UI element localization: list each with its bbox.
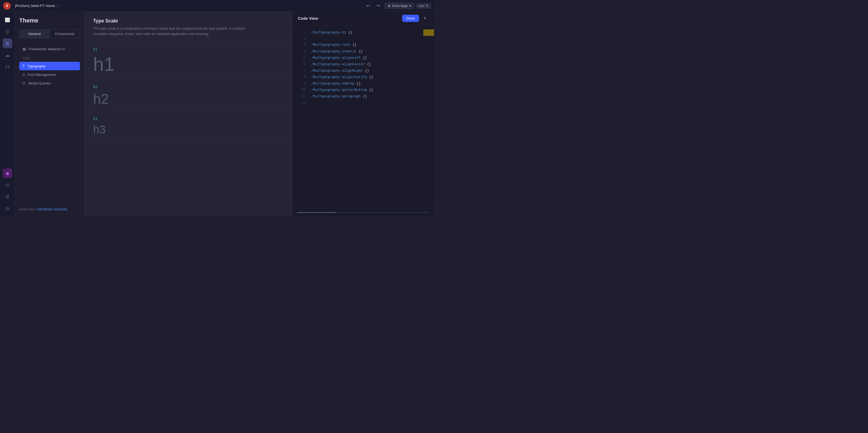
close-button[interactable]: × [421, 15, 429, 22]
device-label: Extra large [392, 4, 408, 8]
line-number: 9 [297, 81, 305, 86]
function-icon: ƒx [5, 64, 10, 69]
footer-link[interactable]: Visit 8base University [37, 207, 67, 211]
typography-label: Typography [28, 64, 46, 68]
line-number: 5 [297, 55, 305, 60]
breadcrumb: [ProServ] Jebel-FT: Home › / [15, 4, 360, 8]
content-area: Type Scale The type scale is a combinati… [85, 12, 292, 216]
code-line-3: 3.MuiTypography-root {} [292, 42, 434, 48]
footer: Need help? Visit 8base University [19, 207, 80, 211]
code-line-7: 7.MuiTypography-alignRight {} [292, 68, 434, 74]
framework-label: Framework: Material UI [29, 47, 65, 51]
code-view-panel: Code View Done × 1.MuiTypography-h1 {}23… [292, 12, 434, 216]
typography-icon: T [23, 64, 25, 68]
tab-components[interactable]: Components [50, 30, 80, 38]
code-line-9: 9.MuiTypography-noWrap {} [292, 80, 434, 87]
type-label-h3: h3 [93, 117, 284, 121]
top-bar: 8 [ProServ] Jebel-FT: Home › / ↩ ↪ 🖥 Ext… [0, 0, 434, 12]
line-content: .MuiTypography-gutterBottom {} [311, 87, 430, 93]
sidebar-icon-cloud[interactable]: ☁ [3, 50, 12, 60]
line-content: .MuiTypography-alignLeft {} [311, 55, 430, 61]
sidebar-icon-database[interactable]: ☰ [3, 192, 12, 202]
nav-item-typography[interactable]: T Typography [19, 62, 80, 70]
icon-sidebar: ⬜ {} ⊞ ☁ ƒx ◉ ⊡ ☰ ⊟ [0, 12, 15, 216]
image-icon: ⊡ [6, 182, 9, 188]
line-number: 4 [297, 48, 305, 54]
nav-section-label-color: Color [19, 55, 80, 61]
theme-tab-group: General Components [19, 29, 80, 38]
code-line-1: 1.MuiTypography-h1 {} [292, 29, 434, 36]
sidebar-icon-settings[interactable]: ⊟ [3, 204, 12, 213]
chevron-down-icon: ▾ [409, 4, 411, 8]
theme-panel: Theme General Components ▦ Framework: Ma… [15, 12, 85, 216]
nav-item-font-management[interactable]: A Font Management [19, 70, 80, 79]
code-brackets-icon: {} [6, 29, 9, 34]
code-panel-actions: Done × [402, 15, 429, 22]
line-content: .MuiTypography-alignJustify {} [311, 74, 430, 80]
redo-button[interactable]: ↪ [374, 2, 382, 10]
nav-item-media-queries[interactable]: ⊡ Media Queries [19, 79, 80, 88]
theme-title: Theme [19, 17, 80, 24]
line-content: .MuiTypography-paragraph {} [311, 94, 430, 99]
type-display-h2: h2 [93, 92, 284, 106]
main-layout: ⬜ {} ⊞ ☁ ƒx ◉ ⊡ ☰ ⊟ Theme General [0, 12, 434, 216]
monitor-icon: 🖥 [388, 4, 391, 8]
line-number: 7 [297, 68, 305, 73]
code-line-5: 5.MuiTypography-alignLeft {} [292, 55, 434, 61]
scrollbar-track[interactable] [297, 212, 430, 213]
font-management-icon: A [23, 72, 25, 77]
type-display-h1: h1 [93, 55, 284, 74]
line-content: .MuiTypography-noWrap {} [311, 81, 430, 87]
auto-arrows-icon: ⇅ [426, 4, 428, 8]
line-number: 3 [297, 42, 305, 47]
type-item-h3: h3 h3 [85, 111, 292, 141]
type-label-h2: h2 [93, 85, 284, 89]
type-scale-title: Type Scale [93, 18, 284, 24]
line-content: .MuiTypography-alignCenter {} [311, 62, 430, 67]
font-management-label: Font Management [28, 73, 56, 77]
type-scale-header: Type Scale The type scale is a combinati… [85, 12, 292, 42]
auto-badge: auto ⇅ [416, 3, 431, 8]
code-line-6: 6.MuiTypography-alignCenter {} [292, 61, 434, 68]
cloud-icon: ☁ [5, 53, 10, 58]
pages-icon: ⬜ [5, 18, 10, 23]
nav-item-framework[interactable]: ▦ Framework: Material UI [19, 45, 80, 53]
type-item-h2: h2 h2 [85, 79, 292, 111]
type-item-h1: h1 h1 [85, 42, 292, 79]
code-body[interactable]: 1.MuiTypography-h1 {}23.MuiTypography-ro… [292, 25, 434, 208]
undo-button[interactable]: ↩ [364, 2, 372, 10]
sidebar-icon-image[interactable]: ⊡ [3, 180, 12, 190]
code-line-4: 4.MuiTypography-inherit {} [292, 48, 434, 55]
sidebar-icon-code[interactable]: {} [3, 27, 12, 36]
settings-icon: ⊟ [6, 206, 9, 211]
code-panel-title: Code View [298, 16, 318, 21]
line-number: 10 [297, 87, 305, 93]
breadcrumb-chevron: › [56, 4, 57, 8]
line-content: .MuiTypography-root {} [311, 42, 430, 48]
code-panel-header: Code View Done × [292, 12, 434, 25]
code-line-11: 11.MuiTypography-paragraph {} [292, 93, 434, 100]
project-name: [ProServ] Jebel-FT: Home [15, 4, 55, 8]
line-content: .MuiTypography-h1 {} [311, 30, 430, 36]
type-display-h3: h3 [93, 124, 284, 135]
type-scale-description: The type scale is a combination of thirt… [93, 26, 254, 36]
type-label-h1: h1 [93, 47, 284, 51]
done-button[interactable]: Done [402, 15, 419, 22]
framework-icon: ▦ [23, 47, 26, 51]
sidebar-icon-pages[interactable]: ⬜ [3, 15, 12, 25]
media-queries-icon: ⊡ [23, 81, 26, 85]
code-line-10: 10.MuiTypography-gutterBottom {} [292, 87, 434, 93]
tab-general[interactable]: General [20, 30, 50, 38]
line-number: 12 [297, 100, 305, 105]
line-number: 2 [297, 36, 305, 41]
sidebar-icon-function[interactable]: ƒx [3, 62, 12, 72]
line-number: 6 [297, 62, 305, 67]
components-icon: ⊞ [6, 41, 9, 46]
scrollbar-thumb[interactable] [297, 212, 337, 213]
breadcrumb-slash: / [58, 4, 59, 8]
device-selector[interactable]: 🖥 Extra large ▾ [384, 3, 414, 9]
sidebar-icon-components[interactable]: ⊞ [3, 38, 12, 48]
sidebar-icon-brain[interactable]: ◉ [3, 168, 12, 178]
line-number: 8 [297, 74, 305, 80]
code-line-8: 8.MuiTypography-alignJustify {} [292, 74, 434, 80]
